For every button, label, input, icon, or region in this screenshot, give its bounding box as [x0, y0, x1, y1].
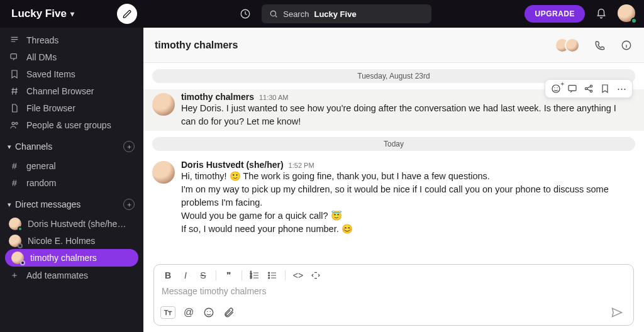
bullet-list-button[interactable]	[265, 268, 280, 282]
avatar	[9, 218, 21, 230]
search-term: Lucky Five	[314, 9, 356, 19]
avatar[interactable]	[152, 161, 175, 184]
dm-timothy[interactable]: timothy chalmers	[5, 249, 138, 267]
hash-icon: #	[9, 178, 20, 188]
add-teammates[interactable]: ＋ Add teammates	[0, 267, 143, 284]
sidebar-item-threads[interactable]: Threads	[0, 31, 143, 48]
search-icon	[269, 9, 278, 18]
conversation-title[interactable]: timothy chalmers	[155, 40, 238, 51]
bookmark-icon	[600, 84, 610, 94]
new-dm-button[interactable]: ＋	[123, 199, 135, 210]
svg-text:3: 3	[250, 276, 252, 279]
reply-thread-button[interactable]	[565, 82, 580, 96]
sidebar-item-label: Saved Items	[26, 69, 75, 79]
message-line: Would you be game for a quick call? 😇	[181, 209, 633, 223]
svg-point-19	[204, 308, 213, 317]
share-button[interactable]	[581, 82, 596, 96]
dm-label: timothy chalmers	[30, 253, 97, 263]
message[interactable]: Doris Hustvedt (she/her) 1:52 PM Hi, tim…	[143, 157, 644, 238]
info-icon	[621, 40, 632, 51]
message-time: 11:30 AM	[259, 94, 288, 101]
channel-label: random	[26, 178, 56, 188]
italic-button[interactable]: I	[178, 268, 193, 282]
user-menu[interactable]	[618, 4, 636, 23]
sidebar-item-people[interactable]: People & user groups	[0, 116, 143, 133]
presence-active-icon	[18, 226, 23, 231]
conversation-header: timothy chalmers	[143, 28, 644, 63]
emoji-button[interactable]	[202, 306, 216, 319]
svg-point-6	[552, 85, 560, 92]
plus-icon: ＋	[9, 270, 20, 281]
message-author[interactable]: timothy chalmers	[181, 92, 254, 102]
call-button[interactable]	[594, 39, 606, 52]
details-button[interactable]	[620, 39, 633, 52]
avatar	[11, 252, 24, 264]
compose-button[interactable]	[117, 4, 137, 24]
message-text: Hey Doris. I just wanted to see how you'…	[181, 102, 633, 128]
message[interactable]: ⋯ timothy chalmers 11:30 AM Hey Doris. I…	[143, 89, 644, 131]
save-button[interactable]	[597, 82, 613, 96]
codeblock-button[interactable]	[308, 268, 323, 282]
presence-active-icon	[631, 18, 637, 24]
sidebar-item-label: Threads	[26, 35, 58, 45]
composer: B I S ❞ 123 <> Message timothy chalmers …	[143, 259, 644, 332]
composer-toolbar: B I S ❞ 123 <>	[154, 265, 633, 285]
ordered-list-button[interactable]: 123	[247, 268, 262, 282]
sidebar-item-label: All DMs	[26, 52, 57, 62]
send-button[interactable]	[607, 305, 627, 320]
search-box[interactable]: Search Lucky Five	[262, 4, 431, 23]
message-author[interactable]: Doris Hustvedt (she/her)	[181, 160, 284, 170]
code-button[interactable]: <>	[291, 268, 306, 282]
history-button[interactable]	[236, 5, 254, 23]
attach-button[interactable]	[222, 306, 236, 319]
share-icon	[584, 84, 594, 94]
topbar-right: UPGRADE	[525, 4, 636, 23]
avatar[interactable]	[152, 93, 175, 116]
composer-input[interactable]: Message timothy chalmers	[154, 285, 633, 302]
date-divider: Today	[152, 137, 635, 151]
channel-random[interactable]: # random	[0, 174, 143, 191]
dm-nicole[interactable]: Nicole E. Holmes	[0, 232, 143, 249]
file-browser-icon	[9, 103, 20, 113]
formatting-toggle[interactable]: Tᴛ	[160, 306, 175, 319]
channel-label: general	[26, 161, 56, 171]
sidebar-item-label: File Browser	[26, 103, 75, 113]
sidebar-item-label: Channel Browser	[26, 86, 94, 96]
svg-point-20	[207, 311, 208, 313]
chevron-down-icon: ▾	[70, 9, 74, 18]
channel-browser-icon	[9, 86, 20, 96]
smiley-plus-icon	[551, 84, 561, 94]
svg-rect-9	[569, 86, 576, 91]
member-avatars[interactable]	[555, 38, 580, 53]
add-channel-button[interactable]: ＋	[123, 141, 135, 152]
add-reaction-button[interactable]	[548, 82, 564, 96]
strike-button[interactable]: S	[196, 268, 211, 282]
channels-header[interactable]: ▾Channels ＋	[0, 137, 143, 153]
workspace-name-label: Lucky Five	[11, 8, 67, 20]
workspace-name[interactable]: Lucky Five ▾	[11, 8, 74, 20]
workspace-switcher[interactable]: Lucky Five ▾	[0, 0, 143, 28]
blockquote-button[interactable]: ❞	[221, 268, 236, 282]
dm-doris[interactable]: Doris Hustvedt (she/her…	[0, 215, 143, 232]
svg-point-8	[557, 87, 557, 88]
threads-icon	[9, 35, 20, 45]
dms-section: Doris Hustvedt (she/her… Nicole E. Holme…	[0, 211, 143, 287]
sidebar-item-label: People & user groups	[26, 120, 111, 130]
sidebar-item-saved[interactable]: Saved Items	[0, 65, 143, 82]
composer-placeholder: Message timothy chalmers	[162, 286, 267, 296]
upgrade-button[interactable]: UPGRADE	[525, 5, 585, 23]
sidebar-item-file-browser[interactable]: File Browser	[0, 99, 143, 116]
svg-point-1	[271, 11, 276, 16]
notifications-button[interactable]	[595, 8, 608, 20]
bold-button[interactable]: B	[160, 268, 175, 282]
more-actions-button[interactable]: ⋯	[614, 82, 629, 96]
channel-general[interactable]: # general	[0, 157, 143, 174]
mention-button[interactable]: @	[182, 306, 196, 319]
sidebar-item-all-dms[interactable]: All DMs	[0, 48, 143, 65]
message-line: Hi, timothy! 🙂 The work is going fine, t…	[181, 170, 633, 183]
sidebar-nav: Threads All DMs Saved Items Channel Brow…	[0, 28, 143, 137]
dms-header[interactable]: ▾Direct messages ＋	[0, 195, 143, 211]
sidebar: Threads All DMs Saved Items Channel Brow…	[0, 28, 143, 332]
text-format-icon: Tᴛ	[164, 309, 172, 317]
sidebar-item-channel-browser[interactable]: Channel Browser	[0, 82, 143, 99]
